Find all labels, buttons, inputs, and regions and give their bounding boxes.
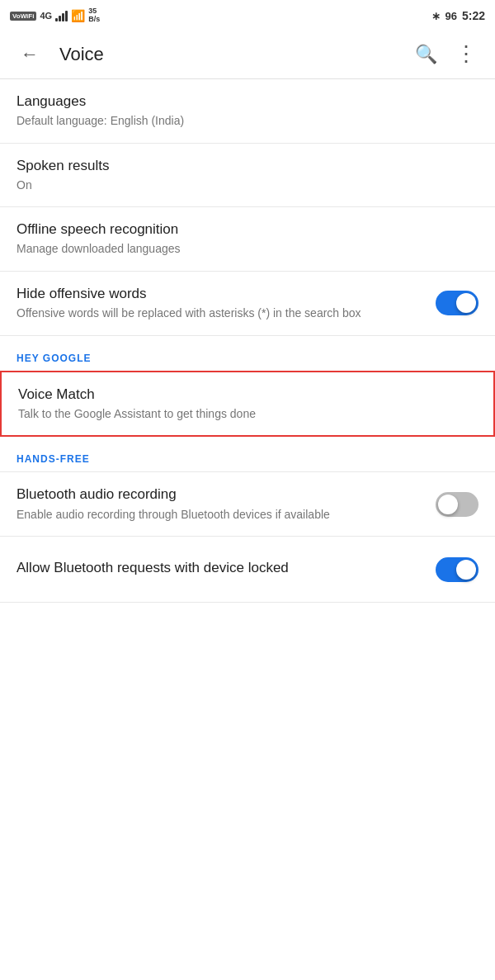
network-type: 4G (40, 11, 52, 21)
bluetooth-icon: ∗ (431, 10, 441, 22)
bluetooth-audio-subtitle: Enable audio recording through Bluetooth… (16, 507, 426, 523)
hey-google-section-header: HEY GOOGLE (0, 336, 495, 371)
bluetooth-audio-toggle[interactable] (436, 492, 478, 517)
settings-list: Languages Default language: English (Ind… (0, 79, 495, 603)
bluetooth-locked-slider (436, 557, 478, 582)
languages-subtitle: Default language: English (India) (16, 113, 469, 130)
offline-speech-item[interactable]: Offline speech recognition Manage downlo… (0, 207, 495, 272)
hide-offensive-subtitle: Offensive words will be replaced with as… (16, 305, 426, 322)
languages-title: Languages (16, 92, 469, 111)
offline-speech-subtitle: Manage downloaded languages (16, 241, 469, 258)
languages-text: Languages Default language: English (Ind… (16, 92, 478, 130)
bluetooth-audio-item[interactable]: Bluetooth audio recording Enable audio r… (0, 472, 495, 537)
bluetooth-audio-text: Bluetooth audio recording Enable audio r… (16, 485, 436, 523)
spoken-results-subtitle: On (16, 178, 469, 194)
bluetooth-locked-toggle[interactable] (436, 557, 478, 582)
signal-bars (55, 10, 68, 21)
back-arrow-icon: ← (21, 44, 39, 65)
bluetooth-audio-title: Bluetooth audio recording (16, 485, 426, 504)
page-title: Voice (59, 44, 409, 65)
spoken-results-item[interactable]: Spoken results On (0, 144, 495, 208)
voice-match-text: Voice Match Talk to the Google Assistant… (18, 386, 477, 423)
status-right: ∗ 96 5:22 (431, 9, 486, 22)
offline-speech-text: Offline speech recognition Manage downlo… (16, 220, 478, 258)
search-icon: 🔍 (415, 44, 437, 65)
bluetooth-audio-slider (436, 492, 478, 517)
app-bar: ← Voice 🔍 ⋮ (0, 30, 495, 79)
status-left: VoWiFi 4G 📶 35 B/s (10, 7, 100, 24)
bluetooth-locked-text: Allow Bluetooth requests with device loc… (16, 559, 436, 580)
vowifi-indicator: VoWiFi (10, 12, 36, 21)
more-icon: ⋮ (455, 41, 476, 67)
battery-indicator: 96 (446, 10, 457, 22)
hide-offensive-text: Hide offensive words Offensive words wil… (16, 285, 436, 322)
voice-match-item[interactable]: Voice Match Talk to the Google Assistant… (0, 371, 495, 438)
app-bar-actions: 🔍 ⋮ (409, 38, 482, 71)
back-button[interactable]: ← (13, 38, 46, 71)
hide-offensive-title: Hide offensive words (16, 285, 426, 303)
toggle-slider (436, 291, 478, 315)
offline-speech-title: Offline speech recognition (16, 220, 469, 239)
time-display: 5:22 (462, 9, 485, 22)
spoken-results-title: Spoken results (16, 157, 469, 175)
bluetooth-locked-title: Allow Bluetooth requests with device loc… (16, 559, 426, 577)
bluetooth-locked-item[interactable]: Allow Bluetooth requests with device loc… (0, 537, 495, 603)
search-button[interactable]: 🔍 (409, 38, 442, 71)
spoken-results-text: Spoken results On (16, 157, 478, 194)
voice-match-title: Voice Match (18, 386, 467, 404)
hands-free-section-header: HANDS-FREE (0, 437, 495, 471)
more-options-button[interactable]: ⋮ (449, 38, 482, 71)
hide-offensive-toggle[interactable] (436, 291, 478, 315)
network-speed: 35 B/s (88, 7, 100, 24)
hide-offensive-item[interactable]: Hide offensive words Offensive words wil… (0, 272, 495, 336)
voice-match-subtitle: Talk to the Google Assistant to get thin… (18, 406, 467, 423)
status-bar: VoWiFi 4G 📶 35 B/s ∗ 96 5:22 (0, 0, 495, 30)
languages-item[interactable]: Languages Default language: English (Ind… (0, 79, 495, 144)
wifi-icon: 📶 (71, 9, 85, 22)
